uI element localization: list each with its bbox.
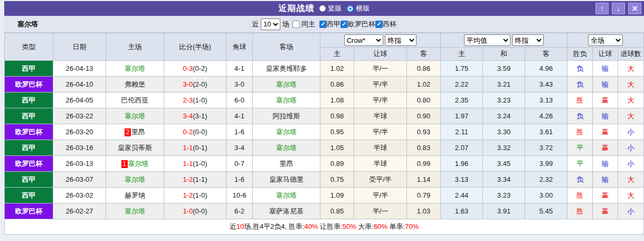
league-checkbox-laliga[interactable]: ✓ (319, 21, 327, 28)
crow-home-odds: 0.95 (320, 124, 354, 140)
average-select[interactable]: 平均值 (464, 34, 510, 46)
average-index-select[interactable]: 终指 (512, 34, 544, 46)
home-team: 塞尔塔 (106, 61, 164, 77)
league-badge: 西甲 (5, 92, 53, 108)
header-score: 比分(半场) (164, 33, 226, 61)
avg-draw-odds: 3.45 (483, 156, 525, 172)
avg-home-odds: 1.75 (441, 61, 483, 77)
rank-badge: 2 (125, 128, 131, 136)
summary-row: 近10场,胜4平2负4, 胜率:40% 让胜率:50% 大率:60% 单率:70… (5, 219, 644, 235)
bookmaker-index-select[interactable]: 终指 (385, 34, 416, 46)
radio-vertical-icon[interactable] (319, 5, 326, 12)
crow-away-odds: 0.83 (407, 140, 441, 156)
avg-home-odds: 1.96 (441, 156, 483, 172)
same-home-checkbox[interactable] (292, 21, 300, 28)
handicap-line: 半/一 (354, 203, 407, 219)
subheader-crow-handicap: 让球 (354, 48, 407, 61)
radio-vertical-label[interactable]: 竖版 (328, 4, 342, 13)
result-outcome: 平 (567, 156, 593, 172)
league-badge: 欧罗巴杯 (5, 203, 53, 219)
home-team: 2里昂 (106, 124, 164, 140)
summary-label: 近 (230, 223, 236, 230)
crow-home-odds: 0.75 (320, 172, 354, 188)
result-handicap: 输 (593, 61, 618, 77)
handicap-line: 平/半 (354, 92, 407, 108)
close-button[interactable]: ✕ (628, 3, 641, 14)
corner-score: 1-6 (226, 172, 253, 188)
near-label: 近 (252, 20, 259, 29)
avg-draw-odds: 3.30 (483, 124, 525, 140)
full-match-select[interactable]: 全场 (588, 34, 623, 46)
league-badge: 西甲 (5, 188, 53, 203)
avg-draw-odds: 3.21 (483, 77, 525, 92)
avg-away-odds: 3.61 (525, 124, 567, 140)
crow-away-odds: 0.99 (407, 156, 441, 172)
header-home: 主场 (106, 33, 164, 61)
result-outcome: 负 (567, 77, 593, 92)
matches-label: 场 (282, 20, 289, 29)
avg-draw-odds: 3.59 (483, 61, 525, 77)
move-up-button[interactable]: ↑ (595, 3, 609, 14)
crow-home-odds: 1.09 (320, 188, 354, 203)
league-label-laliga[interactable]: 西甲 (327, 20, 340, 29)
summary-label: 单率: (387, 223, 405, 230)
handicap-line: 半球 (354, 140, 407, 156)
crow-home-odds: 0.86 (320, 77, 354, 92)
layout-radio-vertical[interactable]: 竖版 (319, 4, 342, 13)
result-handicap: 输 (593, 108, 618, 124)
league-badge: 西甲 (5, 61, 53, 77)
avg-draw-odds: 3.32 (483, 140, 525, 156)
result-goals: 大 (618, 108, 644, 124)
result-goals: 大 (618, 77, 644, 92)
avg-away-odds: 5.45 (525, 203, 567, 219)
recent-count-select[interactable]: 10 (261, 18, 280, 30)
crow-away-odds: 0.80 (407, 92, 441, 108)
league-label-europa[interactable]: 欧罗巴杯 (348, 20, 375, 29)
home-team: 塞尔塔 (106, 172, 164, 188)
result-goals: 小 (618, 203, 644, 219)
crow-home-odds: 1.08 (320, 92, 354, 108)
handicap-line: 平/半 (354, 124, 407, 140)
avg-home-odds: 1.97 (441, 108, 483, 124)
result-goals: 大 (618, 172, 644, 188)
away-team: 阿拉维斯 (253, 108, 320, 124)
bookmaker-select[interactable]: Crow* (344, 34, 383, 46)
move-down-button[interactable]: ↓ (612, 3, 625, 14)
avg-draw-odds: 3.34 (483, 172, 525, 188)
avg-away-odds: 3.43 (525, 77, 567, 92)
match-row: 西甲26-03-16皇家贝蒂斯1-1(0-1)3-4塞尔塔1.05半球0.832… (5, 140, 644, 156)
avg-home-odds: 2.11 (441, 124, 483, 140)
corner-score: 3-0 (226, 77, 253, 92)
avg-home-odds: 1.63 (441, 203, 483, 219)
result-outcome: 胜 (567, 203, 593, 219)
subheader-avg-home: 主 (441, 48, 483, 61)
avg-home-odds: 2.22 (441, 77, 483, 92)
league-checkbox-europa[interactable]: ✓ (340, 21, 348, 28)
match-row: 西甲26-04-13塞尔塔0-3(0-2)4-1皇家奥维耶多1.02半/一0.8… (5, 61, 644, 77)
result-goals: 小 (618, 124, 644, 140)
league-checkbox-copa[interactable]: ✓ (375, 21, 383, 28)
summary-text: 近10场,胜4平2负4, 胜率:40% 让胜率:50% 大率:60% 单率:70… (230, 223, 419, 230)
league-label-copa[interactable]: 西杯 (383, 20, 396, 29)
summary-label: 场,胜4平2负4, 胜率: (244, 223, 304, 230)
handicap-line: 平/半 (354, 188, 407, 203)
away-team: 皇家奥维耶多 (253, 61, 320, 77)
team-name: 塞尔塔 (17, 20, 38, 29)
handicap-line: 平/半 (354, 77, 407, 92)
layout-radio-horizontal[interactable]: 横版 (347, 4, 370, 13)
crow-away-odds: 1.02 (407, 77, 441, 92)
subheader-goals: 进球数 (618, 48, 644, 61)
match-row: 欧罗巴杯26-03-131塞尔塔1-1(1-0)0-7里昂0.89半球0.991… (5, 156, 644, 172)
radio-horizontal-icon[interactable] (347, 5, 354, 12)
score: 1-0(0-0) (164, 203, 226, 219)
league-badge: 西甲 (5, 140, 53, 156)
summary-value: 50% (343, 223, 356, 230)
result-handicap: 赢 (593, 124, 618, 140)
crow-away-odds: 1.03 (407, 203, 441, 219)
radio-horizontal-label[interactable]: 横版 (356, 4, 370, 13)
summary-value: 70% (405, 223, 419, 230)
same-home-label[interactable]: 同主 (301, 20, 315, 29)
bookmaker-select-cell: Crow* 终指 (320, 33, 441, 48)
handicap-line: 半球 (354, 156, 407, 172)
away-team: 里昂 (253, 156, 320, 172)
